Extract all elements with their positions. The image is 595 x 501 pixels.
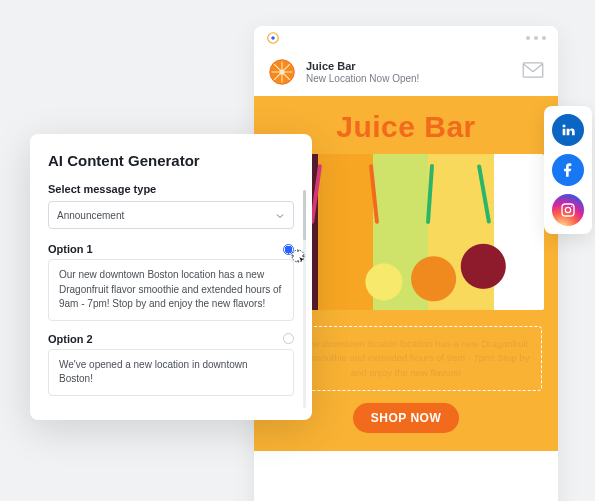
svg-point-12	[565, 207, 570, 212]
sender-name: Juice Bar	[306, 60, 419, 73]
cursor-icon	[290, 248, 306, 264]
option-1-label: Option 1	[48, 243, 93, 255]
svg-point-13	[571, 206, 572, 207]
option-2-label: Option 2	[48, 333, 93, 345]
social-share-stack	[544, 106, 592, 234]
envelope-icon	[522, 62, 544, 82]
instagram-button[interactable]	[552, 194, 584, 226]
message-type-select[interactable]	[48, 201, 294, 229]
panel-title: AI Content Generator	[48, 152, 294, 169]
option-2-radio[interactable]	[283, 333, 294, 344]
sender-logo-icon	[268, 58, 296, 86]
option-1-text[interactable]: Our new downtown Boston location has a n…	[48, 259, 294, 321]
svg-rect-11	[562, 204, 574, 216]
window-dots-icon	[526, 36, 546, 40]
svg-point-8	[279, 69, 284, 74]
select-label: Select message type	[48, 183, 294, 195]
facebook-button[interactable]	[552, 154, 584, 186]
option-2-text[interactable]: We've opened a new location in downtown …	[48, 349, 294, 396]
email-header: Juice Bar New Location Now Open!	[254, 50, 558, 96]
app-logo-icon	[266, 31, 280, 45]
linkedin-button[interactable]	[552, 114, 584, 146]
ai-content-generator-panel: AI Content Generator Select message type…	[30, 134, 312, 420]
window-chrome	[254, 26, 558, 50]
scrollbar[interactable]	[303, 190, 306, 408]
svg-rect-9	[523, 63, 543, 77]
email-subject: New Location Now Open!	[306, 73, 419, 85]
shop-now-button[interactable]: SHOP NOW	[353, 403, 459, 433]
svg-point-1	[271, 36, 275, 40]
